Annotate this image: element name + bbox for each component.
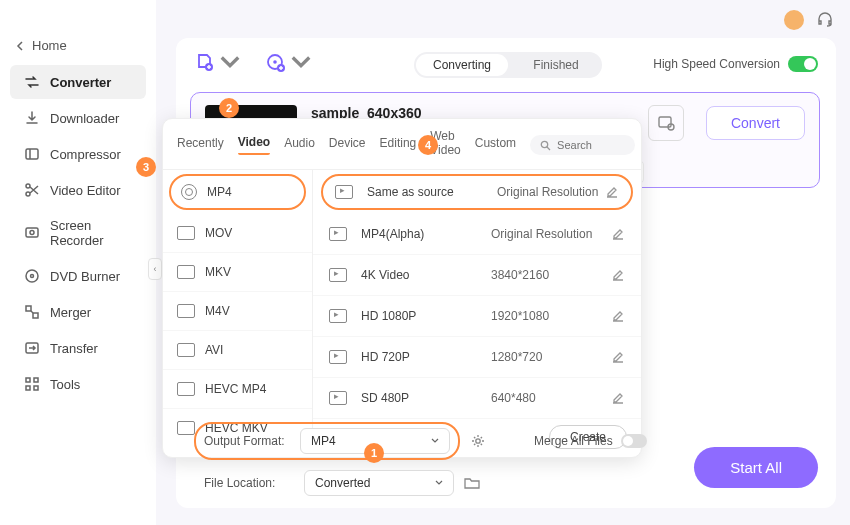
avatar[interactable]	[784, 10, 804, 30]
format-item-hevc-mp4[interactable]: HEVC MP4	[163, 370, 312, 409]
format-label: M4V	[205, 304, 230, 318]
file-location-value: Converted	[315, 476, 370, 490]
transfer-icon	[24, 340, 40, 356]
format-item-m4v[interactable]: M4V	[163, 292, 312, 331]
resolution-item[interactable]: SD 480P 640*480	[313, 378, 641, 419]
edit-icon[interactable]	[611, 309, 625, 323]
format-icon	[177, 265, 195, 279]
format-item-avi[interactable]: AVI	[163, 331, 312, 370]
format-list: MP4 MOV MKV M4V AVI HEVC MP4 HEVC MKV	[163, 170, 313, 438]
edit-icon[interactable]	[611, 350, 625, 364]
res-name: 4K Video	[361, 268, 491, 282]
sidebar-item-tools[interactable]: Tools	[10, 367, 146, 401]
sidebar-item-downloader[interactable]: Downloader	[10, 101, 146, 135]
add-file-button[interactable]	[194, 52, 241, 74]
popover-search[interactable]	[530, 135, 635, 155]
video-icon	[335, 185, 353, 199]
poptab-video[interactable]: Video	[238, 135, 270, 155]
output-format-label: Output Format:	[204, 434, 290, 448]
svg-rect-7	[26, 306, 31, 311]
edit-icon[interactable]	[611, 391, 625, 405]
resolution-item[interactable]: 4K Video 3840*2160	[313, 255, 641, 296]
resolution-item[interactable]: MP4(Alpha) Original Resolution	[313, 214, 641, 255]
format-item-mkv[interactable]: MKV	[163, 253, 312, 292]
start-all-button[interactable]: Start All	[694, 447, 818, 488]
format-icon	[177, 382, 195, 396]
svg-point-4	[30, 231, 34, 235]
svg-point-1	[26, 184, 30, 188]
poptab-device[interactable]: Device	[329, 136, 366, 154]
svg-rect-8	[33, 313, 38, 318]
edit-icon[interactable]	[611, 227, 625, 241]
format-icon	[177, 421, 195, 435]
preset-icon	[657, 114, 675, 132]
chevron-down-icon	[435, 479, 443, 487]
sidebar-item-converter[interactable]: Converter	[10, 65, 146, 99]
resolution-item[interactable]: HD 1080P 1920*1080	[313, 296, 641, 337]
format-popover: Recently Video Audio Device Editing Web …	[162, 118, 642, 458]
file-location-select[interactable]: Converted	[304, 470, 454, 496]
sidebar: Home Converter Downloader Compressor Vid…	[0, 0, 156, 525]
sidebar-item-label: DVD Burner	[50, 269, 120, 284]
step-badge-3: 3	[136, 157, 156, 177]
format-icon	[181, 184, 197, 200]
svg-rect-10	[26, 378, 30, 382]
format-item-mp4[interactable]: MP4	[169, 174, 306, 210]
topbar-right	[784, 10, 834, 30]
chevron-left-icon	[16, 41, 26, 51]
converter-icon	[24, 74, 40, 90]
high-speed-toggle-row: High Speed Conversion	[653, 56, 818, 72]
gear-icon[interactable]	[470, 433, 486, 449]
edit-icon[interactable]	[605, 185, 619, 199]
sidebar-item-merger[interactable]: Merger	[10, 295, 146, 329]
sidebar-item-label: Transfer	[50, 341, 98, 356]
svg-point-21	[541, 141, 547, 147]
sidebar-item-label: Tools	[50, 377, 80, 392]
video-icon	[329, 268, 347, 282]
sidebar-item-dvd-burner[interactable]: DVD Burner	[10, 259, 146, 293]
add-disc-icon	[265, 52, 287, 74]
svg-point-2	[26, 192, 30, 196]
resolution-item[interactable]: HD 720P 1280*720	[313, 337, 641, 378]
resolution-item[interactable]: Same as source Original Resolution	[321, 174, 633, 210]
edit-icon[interactable]	[611, 268, 625, 282]
format-icon	[177, 343, 195, 357]
sidebar-item-label: Merger	[50, 305, 91, 320]
sidebar-item-video-editor[interactable]: Video Editor	[10, 173, 146, 207]
poptab-audio[interactable]: Audio	[284, 136, 315, 154]
merge-switch[interactable]	[621, 434, 647, 448]
output-preset-button[interactable]	[648, 105, 684, 141]
output-format-value: MP4	[311, 434, 336, 448]
sidebar-item-label: Downloader	[50, 111, 119, 126]
step-badge-1: 1	[364, 443, 384, 463]
folder-icon[interactable]	[464, 476, 480, 490]
high-speed-switch[interactable]	[788, 56, 818, 72]
sidebar-item-screen-recorder[interactable]: Screen Recorder	[10, 209, 146, 257]
search-input[interactable]	[557, 139, 625, 151]
step-badge-2: 2	[219, 98, 239, 118]
sidebar-collapse-handle[interactable]: ‹	[148, 258, 162, 280]
poptab-recently[interactable]: Recently	[177, 136, 224, 154]
res-name: MP4(Alpha)	[361, 227, 491, 241]
sidebar-item-transfer[interactable]: Transfer	[10, 331, 146, 365]
res-name: HD 720P	[361, 350, 491, 364]
merger-icon	[24, 304, 40, 320]
format-item-mov[interactable]: MOV	[163, 214, 312, 253]
res-value: Original Resolution	[497, 185, 605, 199]
svg-point-16	[273, 60, 277, 64]
support-icon[interactable]	[816, 11, 834, 29]
poptab-editing[interactable]: Editing	[380, 136, 417, 154]
tab-finished[interactable]: Finished	[510, 52, 602, 78]
screen-recorder-icon	[24, 225, 40, 241]
sidebar-item-compressor[interactable]: Compressor	[10, 137, 146, 171]
tab-converting[interactable]: Converting	[416, 54, 508, 76]
merge-label: Merge All Files	[534, 434, 613, 448]
convert-button[interactable]: Convert	[706, 106, 805, 140]
back-home-button[interactable]: Home	[0, 30, 156, 63]
add-url-button[interactable]	[265, 52, 312, 74]
poptab-custom[interactable]: Custom	[475, 136, 516, 154]
svg-rect-13	[34, 386, 38, 390]
res-value: 1920*1080	[491, 309, 611, 323]
high-speed-label: High Speed Conversion	[653, 57, 780, 71]
svg-point-22	[476, 439, 480, 443]
